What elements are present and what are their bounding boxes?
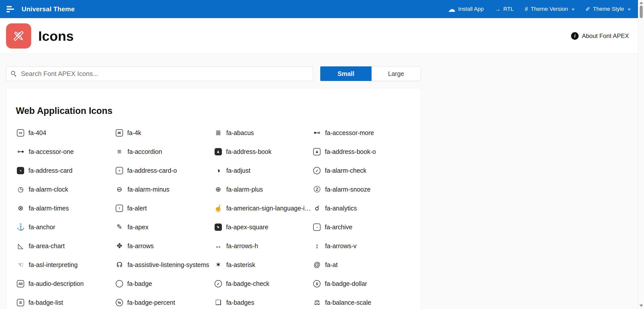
search-icon <box>11 71 15 75</box>
icon-item-fa-audio-description[interactable]: ADfa-audio-description <box>16 280 115 287</box>
icon-item-fa-arrows-h[interactable]: ↔fa-arrows-h <box>214 242 312 250</box>
icon-item-fa-badge[interactable]: fa-badge <box>115 280 214 287</box>
icon-item-fa-american-sign-language-inte…[interactable]: ☝fa-american-sign-language-inte… <box>214 205 312 212</box>
icon-label: fa-abacus <box>226 129 254 137</box>
icon-label: fa-alarm-check <box>325 167 366 174</box>
icon-item-fa-apex[interactable]: ✎fa-apex <box>115 224 214 231</box>
page-header: Icons i About Font APEX <box>0 18 638 54</box>
scrollbar-up-arrow-icon[interactable] <box>639 2 643 4</box>
fa-abacus-icon: ≣ <box>214 129 223 136</box>
fa-apex-icon: ✎ <box>115 224 124 231</box>
icon-item-fa-badges[interactable]: ❏fa-badges <box>214 299 312 306</box>
icon-label: fa-badge-list <box>28 299 63 306</box>
icon-label: fa-archive <box>325 224 352 231</box>
app-title: Universal Theme <box>22 5 75 13</box>
icon-item-fa-alarm-snooze[interactable]: ⓩfa-alarm-snooze <box>312 186 411 193</box>
icon-item-fa-assistive-listening-systems[interactable]: ☊fa-assistive-listening-systems <box>115 261 214 269</box>
fa-badge-list-icon: ☰ <box>17 299 24 306</box>
fa-address-book-icon: ♟ <box>215 148 222 155</box>
apex-pencil-ruler-icon <box>6 23 31 49</box>
search-box <box>6 66 313 81</box>
icon-item-fa-accessor-more[interactable]: ⊷fa-accessor-more <box>312 129 411 137</box>
icon-item-fa-abacus[interactable]: ≣fa-abacus <box>214 129 312 137</box>
icon-item-fa-alarm-minus[interactable]: ⊖fa-alarm-minus <box>115 186 214 193</box>
icon-label: fa-accordion <box>128 148 162 155</box>
icon-item-fa-address-card[interactable]: ≡fa-address-card <box>16 167 115 174</box>
icon-item-fa-at[interactable]: @fa-at <box>312 261 411 269</box>
search-row: Small Large <box>6 66 421 81</box>
icon-item-fa-accordion[interactable]: ≡fa-accordion <box>115 148 214 155</box>
icon-item-fa-area-chart[interactable]: ◺fa-area-chart <box>16 242 115 250</box>
icon-item-fa-arrows[interactable]: ✥fa-arrows <box>115 242 214 250</box>
icon-label: fa-accessor-more <box>325 129 374 137</box>
fa-alert-icon: ! <box>116 205 123 212</box>
icon-item-fa-badge-check[interactable]: ✓fa-badge-check <box>214 280 312 287</box>
navbar-item-label: Theme Version <box>531 6 568 12</box>
navbar-actions: ☁↓ Install App → RTL # Theme Version ∨ ✐… <box>448 6 630 12</box>
scrollbar-down-arrow-icon[interactable] <box>639 304 643 307</box>
fa-assistive-listening-systems-icon: ☊ <box>115 261 124 268</box>
navbar-item-install-app[interactable]: ☁↓ Install App <box>448 6 484 12</box>
icon-item-fa-address-book[interactable]: ♟fa-address-book <box>214 148 312 155</box>
paintbrush-icon: ✐ <box>585 6 590 12</box>
icon-label: fa-address-card-o <box>127 167 177 174</box>
fa-at-icon: @ <box>313 261 321 268</box>
icon-item-fa-balance-scale[interactable]: ⚖fa-balance-scale <box>312 299 411 306</box>
icon-item-fa-apex-square[interactable]: ✎fa-apex-square <box>214 224 312 231</box>
icon-item-fa-404[interactable]: ××fa-404 <box>16 129 115 137</box>
fa-address-card-icon: ≡ <box>17 167 24 174</box>
icon-label: fa-adjust <box>226 167 251 174</box>
icon-item-fa-arrows-v[interactable]: ↕fa-arrows-v <box>312 242 411 250</box>
icon-item-fa-alarm-check[interactable]: ✓fa-alarm-check <box>312 167 411 174</box>
navbar: Universal Theme ☁↓ Install App → RTL # T… <box>0 0 638 18</box>
icon-item-fa-anchor[interactable]: ⚓fa-anchor <box>16 224 115 231</box>
fa-alarm-snooze-icon: ⓩ <box>313 186 321 193</box>
icon-item-fa-alarm-plus[interactable]: ⊕fa-alarm-plus <box>214 186 312 193</box>
icon-item-fa-4k[interactable]: 4Kfa-4k <box>115 129 214 137</box>
icon-item-fa-alert[interactable]: !fa-alert <box>115 205 214 212</box>
icon-item-fa-asl-interpreting[interactable]: ☜fa-asl-interpreting <box>16 261 115 269</box>
scrollbar[interactable] <box>638 0 644 309</box>
icon-label: fa-badges <box>226 299 254 306</box>
size-small-button[interactable]: Small <box>320 66 372 81</box>
navbar-item-theme-version[interactable]: # Theme Version ∨ <box>525 6 574 12</box>
scrollbar-thumb[interactable] <box>640 6 643 18</box>
size-large-button[interactable]: Large <box>372 66 421 81</box>
menu-hamburger-icon[interactable] <box>7 6 15 12</box>
icon-size-toggle: Small Large <box>320 66 421 81</box>
chevron-down-icon: ∨ <box>627 7 631 11</box>
icon-label: fa-alarm-times <box>29 205 69 212</box>
icon-item-fa-badge-list[interactable]: ☰fa-badge-list <box>16 299 115 306</box>
arrow-right-icon: → <box>495 6 501 12</box>
fa-404-icon: ×× <box>17 129 24 137</box>
icon-label: fa-apex <box>128 224 148 231</box>
icon-item-fa-adjust[interactable]: ◑fa-adjust <box>214 167 312 174</box>
icon-grid: ××fa-4044Kfa-4k≣fa-abacus⊷fa-accessor-mo… <box>16 123 411 309</box>
icon-item-fa-asterisk[interactable]: ✶fa-asterisk <box>214 261 312 269</box>
fa-arrows-icon: ✥ <box>115 243 124 249</box>
icon-item-fa-address-book-o[interactable]: ♟fa-address-book-o <box>312 148 411 155</box>
icon-item-fa-accessor-one[interactable]: ⊶fa-accessor-one <box>16 148 115 155</box>
about-label: About Font APEX <box>582 32 629 39</box>
icon-item-fa-analytics[interactable]: ☌fa-analytics <box>312 205 411 212</box>
fa-audio-description-icon: AD <box>17 280 24 287</box>
icon-item-fa-badge-percent[interactable]: %fa-badge-percent <box>115 299 214 306</box>
icon-item-fa-alarm-clock[interactable]: ◷fa-alarm-clock <box>16 186 115 193</box>
icon-item-fa-badge-dollar[interactable]: $fa-badge-dollar <box>312 280 411 287</box>
navbar-item-rtl[interactable]: → RTL <box>495 6 514 12</box>
icon-label: fa-4k <box>127 129 141 137</box>
navbar-item-theme-style[interactable]: ✐ Theme Style ∨ <box>585 6 630 12</box>
fa-asl-interpreting-icon: ☜ <box>16 261 25 268</box>
icon-label: fa-asterisk <box>226 261 255 269</box>
about-font-apex-link[interactable]: i About Font APEX <box>571 32 629 40</box>
icon-item-fa-alarm-times[interactable]: ⊗fa-alarm-times <box>16 205 115 212</box>
navbar-item-label: RTL <box>503 6 514 12</box>
icon-label: fa-area-chart <box>29 242 65 250</box>
page-title: Icons <box>38 28 74 44</box>
icon-item-fa-address-card-o[interactable]: ≡fa-address-card-o <box>115 167 214 174</box>
search-input[interactable] <box>6 66 313 81</box>
icon-item-fa-archive[interactable]: −fa-archive <box>312 224 411 231</box>
section-title: Web Application Icons <box>16 104 411 117</box>
icon-label: fa-analytics <box>325 205 357 212</box>
fa-apex-square-icon: ✎ <box>215 224 222 231</box>
